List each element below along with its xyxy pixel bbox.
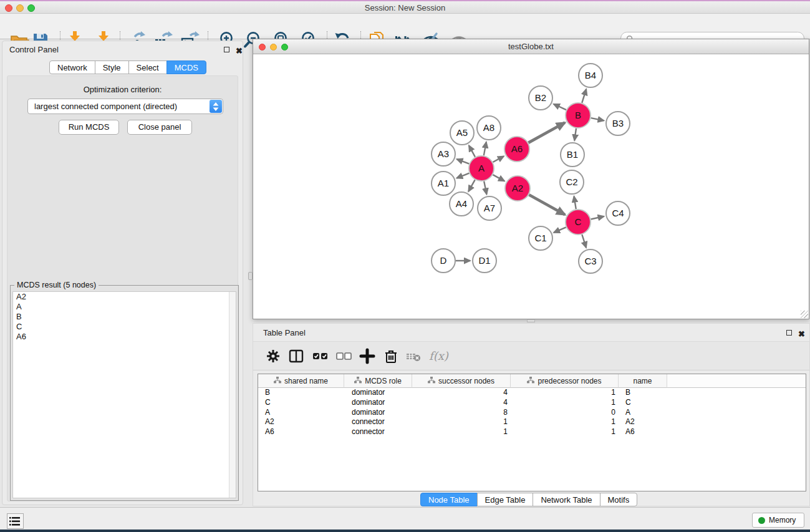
table-cell[interactable]: connector <box>344 427 412 437</box>
column-header-mcds-role[interactable]: MCDS role <box>344 374 412 388</box>
table-cell[interactable]: A6 <box>619 427 667 437</box>
table-cell[interactable]: dominator <box>344 398 412 408</box>
table-cell[interactable]: A6 <box>258 427 344 437</box>
table-cell[interactable]: 0 <box>511 408 619 418</box>
network-view-window[interactable]: testGlobe.txt AA1A2A3A4A5A6A7A8BB1B2B3B4… <box>253 39 809 319</box>
table-cell[interactable]: C <box>258 398 344 408</box>
table-cell[interactable]: dominator <box>344 388 412 398</box>
graph-edge-B-B3[interactable] <box>591 118 604 120</box>
table-cell[interactable]: 1 <box>511 398 619 408</box>
select-all-columns-icon[interactable] <box>312 348 329 365</box>
vertical-scrollbar-thumb[interactable] <box>248 272 253 280</box>
optimization-criterion-select[interactable]: largest connected component (directed) <box>27 99 223 114</box>
table-cell[interactable]: 1 <box>511 388 619 398</box>
table-cell[interactable]: 4 <box>412 398 511 408</box>
table-cell[interactable]: 1 <box>511 427 619 437</box>
close-table-panel-icon[interactable]: ✖ <box>798 328 806 336</box>
horizontal-scrollbar-thumb[interactable] <box>527 319 535 322</box>
column-header-shared-name[interactable]: shared name <box>258 374 344 388</box>
network-window-titlebar[interactable]: testGlobe.txt <box>253 39 809 54</box>
table-body[interactable]: Bdominator41BCdominator41CAdominator80AA… <box>258 388 806 437</box>
table-cell[interactable]: 4 <box>412 388 511 398</box>
table-row[interactable]: Adominator80A <box>258 408 806 418</box>
mcds-result-item[interactable]: A6 <box>13 332 236 342</box>
optimization-criterion-value: largest connected component (directed) <box>34 102 177 111</box>
node-table[interactable]: shared nameMCDS rolesuccessor nodesprede… <box>258 374 806 491</box>
application-window: Session: New Session <box>0 0 810 532</box>
close-panel-button[interactable]: Close panel <box>127 120 192 135</box>
graph-node-label: C3 <box>584 256 596 266</box>
add-column-icon[interactable] <box>359 348 377 365</box>
table-cell[interactable]: A2 <box>619 417 667 427</box>
memory-button[interactable]: Memory <box>752 513 804 528</box>
graph-edge-A-A6[interactable] <box>493 156 503 162</box>
tab-mcds[interactable]: MCDS <box>166 60 206 74</box>
close-panel-icon[interactable]: ✖ <box>236 45 244 53</box>
table-cell[interactable]: A <box>619 408 667 418</box>
graph-edge-B-B2[interactable] <box>554 104 566 110</box>
table-cell[interactable]: connector <box>344 417 412 427</box>
column-header-successor-nodes[interactable]: successor nodes <box>412 374 511 388</box>
graph-edge-C-C2[interactable] <box>574 196 576 210</box>
tab-network-table[interactable]: Network Table <box>533 493 600 506</box>
graph-edge-A-A1[interactable] <box>456 173 469 178</box>
graph-edge-A6-B[interactable] <box>528 123 565 143</box>
table-cell[interactable]: 1 <box>412 417 511 427</box>
column-header-predecessor-nodes[interactable]: predecessor nodes <box>511 374 619 388</box>
mcds-result-item[interactable]: C <box>13 322 236 332</box>
graph-edge-C-C4[interactable] <box>591 216 604 220</box>
column-header-name[interactable]: name <box>619 374 667 388</box>
float-panel-icon[interactable] <box>224 46 232 54</box>
table-cell[interactable]: 1 <box>412 427 511 437</box>
graph-edge-C-C3[interactable] <box>582 235 586 248</box>
column-header-filler <box>667 374 806 388</box>
graph-edge-A-A3[interactable] <box>457 159 470 163</box>
table-row[interactable]: Cdominator41C <box>258 398 806 408</box>
column-view-icon[interactable] <box>288 348 306 365</box>
graph-edge-B-B4[interactable] <box>582 89 586 103</box>
graph-edge-A-A5[interactable] <box>469 145 475 157</box>
graph-edge-C-C1[interactable] <box>554 227 566 233</box>
run-mcds-button[interactable]: Run MCDS <box>59 120 119 135</box>
graph-edge-A-A8[interactable] <box>484 142 486 156</box>
tab-node-table[interactable]: Node Table <box>420 493 478 506</box>
graph-edge-A-A2[interactable] <box>493 175 504 181</box>
main-titlebar[interactable]: Session: New Session <box>0 1 810 14</box>
list-scrollbar[interactable] <box>229 292 236 498</box>
graph-edge-A2-C[interactable] <box>529 195 565 215</box>
function-builder-icon[interactable]: f(x) <box>429 348 446 365</box>
table-cell[interactable]: A <box>258 408 344 418</box>
table-cell[interactable]: C <box>619 398 667 408</box>
float-table-panel-icon[interactable] <box>786 329 794 337</box>
table-cell[interactable]: 1 <box>511 417 619 427</box>
table-row[interactable]: A6connector11A6 <box>258 427 806 437</box>
graph-edge-A-A4[interactable] <box>468 180 475 191</box>
tab-select[interactable]: Select <box>128 60 167 74</box>
deselect-all-columns-icon[interactable] <box>335 348 353 365</box>
table-cell[interactable]: B <box>258 388 344 398</box>
tab-network[interactable]: Network <box>49 60 95 74</box>
delete-column-icon[interactable] <box>383 348 400 365</box>
table-header-row[interactable]: shared nameMCDS rolesuccessor nodesprede… <box>258 374 806 388</box>
network-canvas[interactable]: AA1A2A3A4A5A6A7A8BB1B2B3B4CC1C2C3C4DD1 <box>253 55 809 319</box>
table-cell[interactable]: A2 <box>258 417 344 427</box>
tab-motifs[interactable]: Motifs <box>600 493 638 506</box>
delete-table-icon[interactable] <box>405 348 423 365</box>
panel-toggle-button[interactable] <box>7 513 24 529</box>
table-cell[interactable]: 8 <box>412 408 511 418</box>
mcds-result-list[interactable]: A2ABCA6 <box>12 291 236 498</box>
graph-edge-B-B1[interactable] <box>574 128 576 140</box>
graph-edge-A-A7[interactable] <box>484 181 486 195</box>
tab-style[interactable]: Style <box>95 60 129 74</box>
tab-edge-table[interactable]: Edge Table <box>477 493 534 506</box>
table-cell[interactable]: dominator <box>344 408 412 418</box>
table-row[interactable]: A2connector11A2 <box>258 417 806 427</box>
table-cell[interactable]: B <box>619 388 667 398</box>
mcds-result-item[interactable]: A2 <box>13 292 236 302</box>
table-row[interactable]: Bdominator41B <box>258 388 806 398</box>
mcds-result-item[interactable]: A <box>13 302 236 312</box>
resize-grip-icon[interactable] <box>801 311 808 318</box>
settings-gear-icon[interactable] <box>265 348 282 365</box>
mcds-result-item[interactable]: B <box>13 312 236 322</box>
column-header-label: successor nodes <box>438 377 494 385</box>
